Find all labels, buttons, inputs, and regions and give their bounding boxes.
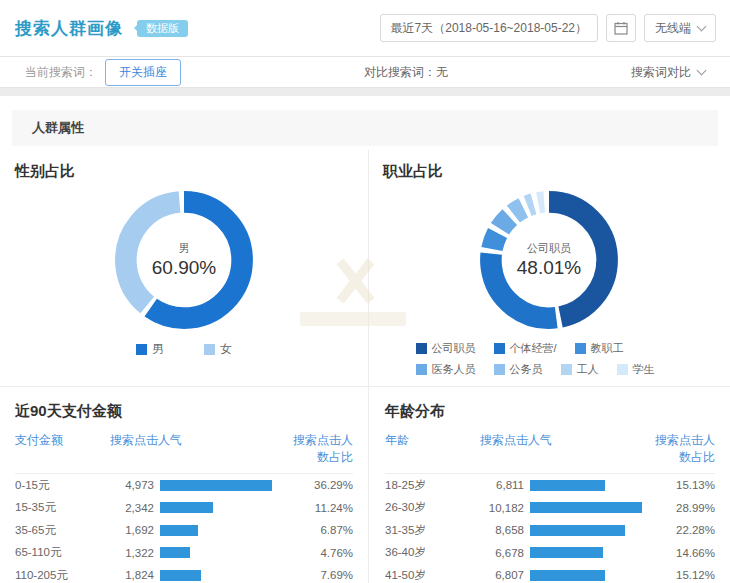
payment-table-title: 近90天支付金额	[15, 387, 353, 432]
table-row: 15-35元2,34211.24%	[15, 497, 353, 520]
legend-swatch	[575, 343, 586, 354]
page: 搜索人群画像 数据版 最近7天（2018-05-16~2018-05-22） 无…	[0, 0, 730, 583]
legend-swatch	[494, 343, 505, 354]
legend-swatch	[416, 364, 427, 375]
legend-item[interactable]: 教职工	[575, 341, 624, 356]
row-percent: 11.24%	[285, 502, 353, 514]
row-value: 10,182	[480, 502, 530, 514]
occupation-donut-chart: 公司职员 48.01%	[474, 185, 624, 335]
legend-item[interactable]: 学生	[617, 362, 655, 377]
column-header: 搜索点击人数占比	[285, 432, 353, 466]
chevron-down-icon	[697, 66, 707, 76]
row-label: 18-25岁	[385, 478, 480, 493]
row-label: 41-50岁	[385, 568, 480, 583]
row-value: 4,973	[110, 479, 160, 491]
tables-row: 近90天支付金额 支付金额 搜索点击人气 搜索点击人数占比 0-15元4,973…	[0, 387, 730, 583]
chevron-down-icon	[697, 22, 707, 32]
legend-label: 工人	[577, 362, 599, 377]
table-row: 110-205元1,8247.69%	[15, 564, 353, 583]
row-value: 8,658	[480, 524, 530, 536]
terminal-dropdown[interactable]: 无线端	[644, 14, 716, 42]
calendar-button[interactable]	[606, 14, 636, 42]
value-bar	[530, 547, 603, 558]
row-label: 65-110元	[15, 545, 110, 560]
filter-bar: 当前搜索词： 开关插座 对比搜索词：无 搜索词对比	[0, 56, 730, 88]
bar-cell	[160, 502, 285, 513]
age-table-body: 18-25岁6,81115.13%26-30岁10,18228.99%31-35…	[385, 474, 715, 583]
legend-swatch	[204, 344, 215, 355]
value-bar	[160, 502, 213, 513]
row-value: 1,824	[110, 569, 160, 581]
compare-dropdown[interactable]: 搜索词对比	[631, 64, 705, 81]
value-bar	[530, 570, 605, 581]
value-bar	[530, 502, 642, 513]
row-label: 26-30岁	[385, 500, 480, 515]
age-table-title: 年龄分布	[385, 387, 715, 432]
column-header: 搜索点击人数占比	[647, 432, 715, 466]
header: 搜索人群画像 数据版 最近7天（2018-05-16~2018-05-22） 无…	[0, 0, 730, 56]
bar-cell	[530, 547, 647, 558]
value-bar	[160, 480, 272, 491]
legend-label: 个体经营/	[510, 341, 557, 356]
table-row: 18-25岁6,81115.13%	[385, 474, 715, 497]
age-table-panel: 年龄分布 年龄 搜索点击人气 搜索点击人数占比 18-25岁6,81115.13…	[368, 387, 730, 583]
gender-chart-panel: 性别占比 男 60.90% 男女	[0, 146, 368, 386]
column-header: 搜索点击人气	[110, 432, 285, 466]
value-bar	[160, 570, 201, 581]
bar-cell	[160, 547, 285, 558]
legend-item[interactable]: 医务人员	[416, 362, 476, 377]
section-title: 人群属性	[12, 110, 718, 146]
row-value: 2,342	[110, 502, 160, 514]
column-header: 支付金额	[15, 432, 110, 466]
occupation-legend: 公司职员个体经营/教职工医务人员公务员工人学生	[407, 341, 692, 377]
table-row: 36-40岁6,67814.66%	[385, 542, 715, 565]
date-range-button[interactable]: 最近7天（2018-05-16~2018-05-22）	[380, 14, 598, 42]
column-header: 搜索点击人气	[480, 432, 647, 466]
row-percent: 6.87%	[285, 524, 353, 536]
payment-table-header: 支付金额 搜索点击人气 搜索点击人数占比	[15, 432, 353, 474]
legend-label: 男	[152, 341, 164, 358]
bar-cell	[530, 502, 647, 513]
bar-cell	[160, 570, 285, 581]
page-divider	[0, 88, 730, 96]
title-badge[interactable]: 数据版	[137, 20, 188, 37]
value-bar	[160, 525, 198, 536]
legend-item[interactable]: 女	[204, 341, 232, 358]
legend-item[interactable]: 工人	[561, 362, 599, 377]
row-percent: 4.76%	[285, 547, 353, 559]
current-term-button[interactable]: 开关插座	[105, 59, 181, 86]
gender-donut-svg	[109, 185, 259, 335]
bar-cell	[530, 570, 647, 581]
calendar-icon	[614, 21, 628, 35]
row-label: 15-35元	[15, 500, 110, 515]
age-table-header: 年龄 搜索点击人气 搜索点击人数占比	[385, 432, 715, 474]
legend-item[interactable]: 个体经营/	[494, 341, 557, 356]
row-percent: 22.28%	[647, 524, 715, 536]
bar-cell	[160, 480, 285, 491]
value-bar	[160, 547, 190, 558]
page-title: 搜索人群画像	[15, 17, 123, 40]
value-bar	[530, 480, 605, 491]
current-term-group: 当前搜索词： 开关插座	[25, 59, 181, 86]
terminal-dropdown-label: 无线端	[655, 20, 691, 37]
legend-item[interactable]: 公司职员	[416, 341, 476, 356]
legend-item[interactable]: 公务员	[494, 362, 543, 377]
compare-term-text: 对比搜索词：无	[181, 64, 631, 81]
legend-label: 教职工	[591, 341, 624, 356]
row-label: 35-65元	[15, 523, 110, 538]
row-label: 36-40岁	[385, 545, 480, 560]
row-value: 6,678	[480, 547, 530, 559]
bar-cell	[530, 480, 647, 491]
legend-label: 医务人员	[432, 362, 476, 377]
legend-item[interactable]: 男	[136, 341, 164, 358]
current-term-label: 当前搜索词：	[25, 64, 97, 81]
value-bar	[530, 525, 625, 536]
legend-label: 女	[220, 341, 232, 358]
table-row: 41-50岁6,80715.12%	[385, 564, 715, 583]
table-row: 31-35岁8,65822.28%	[385, 519, 715, 542]
legend-label: 学生	[633, 362, 655, 377]
row-value: 1,322	[110, 547, 160, 559]
row-percent: 7.69%	[285, 569, 353, 581]
payment-table-panel: 近90天支付金额 支付金额 搜索点击人气 搜索点击人数占比 0-15元4,973…	[0, 387, 368, 583]
row-value: 6,811	[480, 479, 530, 491]
